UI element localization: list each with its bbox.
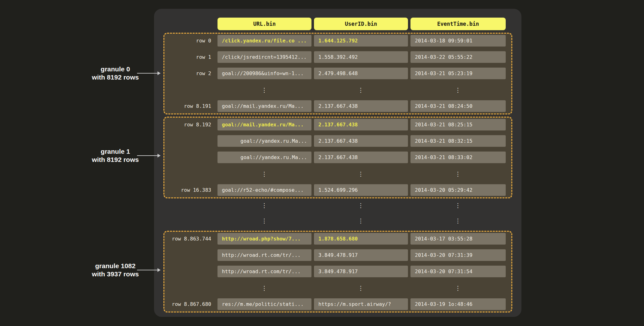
userid-value: 2.137.667.438 [318, 138, 358, 144]
userid-value: 2.137.667.438 [318, 122, 358, 128]
row-label: row 2 [167, 68, 211, 79]
ellipsis: ⋮ [410, 168, 506, 180]
column-headers: URL.bin UserID.bin EventTime.bin [167, 18, 506, 30]
granule-1082-label-line1: granule 1082 [85, 262, 145, 270]
url-cell: goal://200986&uinfo=wn-1... [217, 68, 311, 79]
granule-1082-box: row 8.863.744 http://wroad.php?show/7...… [163, 231, 512, 312]
url-cell: goal://r52-echo/#compose... [217, 184, 311, 196]
row-label: row 16.383 [167, 184, 211, 196]
eventtime-value: 2014-03-21 08:32:15 [415, 138, 472, 144]
granule-1-label: granule 1 with 8192 rows [85, 147, 145, 164]
ellipsis-row: ⋮ ⋮ ⋮ [167, 282, 506, 294]
eventtime-value: 2014-03-17 03:55:28 [415, 236, 472, 242]
userid-cell: 2.137.667.438 [314, 100, 408, 112]
userid-cell: 2.137.667.438 [314, 152, 408, 163]
url-value: goal://200986&uinfo=wn-1... [222, 70, 304, 76]
userid-cell: 1.524.699.296 [314, 184, 408, 196]
url-value: goal://yandex.ru.Ma... [240, 154, 307, 160]
gap-ellipsis: ⋮ ⋮ ⋮ ⋮ ⋮ ⋮ [167, 199, 506, 230]
url-value: goal://yandex.ru.Ma... [240, 138, 307, 144]
userid-value: 2.137.667.438 [318, 103, 358, 109]
userid-cell: 3.849.478.917 [314, 249, 408, 261]
table-row: row 2 goal://200986&uinfo=wn-1... 2.479.… [167, 68, 506, 79]
userid-value: 3.849.478.917 [318, 252, 358, 258]
eventtime-cell: 2014-03-21 08:33:02 [410, 152, 506, 163]
granule-0-arrow-icon [137, 73, 158, 74]
ellipsis: ⋮ [410, 199, 506, 211]
eventtime-value: 2014-03-18 09:59:01 [415, 38, 472, 44]
ellipsis: ⋮ [410, 282, 506, 294]
userid-cell: https://m.sport.airway/? [314, 298, 408, 310]
ellipsis: ⋮ [410, 84, 506, 96]
url-cell: goal://mail.yandex.ru/Ma... [217, 100, 311, 112]
column-header-eventtime: EventTime.bin [410, 18, 506, 30]
url-value: /click.yandex.ru/file.co ... [222, 38, 307, 44]
url-cell: goal://yandex.ru.Ma... [217, 135, 311, 147]
url-cell: goal://mail.yandex.ru/Ma... [217, 119, 311, 130]
eventtime-cell: 2014-03-20 07:31:39 [410, 249, 506, 261]
table-row: http://wroad.rt.com/tr/... 3.849.478.917… [167, 266, 506, 277]
url-cell: http://wroad.php?show/7... [217, 233, 311, 245]
table-row: row 8.863.744 http://wroad.php?show/7...… [167, 233, 506, 245]
userid-cell: 1.644.125.792 [314, 35, 408, 47]
url-value: goal://mail.yandex.ru/Ma... [222, 122, 304, 128]
eventtime-cell: 2014-03-19 1o:48:46 [410, 298, 506, 310]
eventtime-cell: 2014-03-17 03:55:28 [410, 233, 506, 245]
granule-1-label-line1: granule 1 [85, 147, 145, 156]
ellipsis: ⋮ [410, 215, 506, 226]
granule-1082-arrow-icon [137, 270, 158, 270]
url-cell: http://wroad.rt.com/tr/... [217, 266, 311, 277]
userid-value: 2.137.667.438 [318, 154, 358, 160]
userid-value: https://m.sport.airway/? [318, 301, 391, 307]
row-label: row 8.191 [167, 100, 211, 112]
table-row: row 1 /click/jsredircnt=1395412... 1.558… [167, 51, 506, 63]
eventtime-cell: 2014-03-20 05:29:42 [410, 184, 506, 196]
userid-cell: 2.479.498.648 [314, 68, 408, 79]
eventtime-value: 2014-03-22 05:55:22 [415, 54, 472, 60]
eventtime-value: 2014-03-20 05:29:42 [415, 187, 472, 193]
eventtime-cell: 2014-03-22 05:55:22 [410, 51, 506, 63]
url-value: goal://r52-echo/#compose... [222, 187, 304, 193]
userid-cell: 3.849.478.917 [314, 266, 408, 277]
granule-1-box: row 8.192 goal://mail.yandex.ru/Ma... 2.… [163, 117, 512, 198]
row-label: row 8.863.744 [167, 233, 211, 245]
granule-1082-label: granule 1082 with 3937 rows [85, 262, 145, 278]
url-cell: http://wroad.rt.com/tr/... [217, 249, 311, 261]
ellipsis: ⋮ [217, 215, 311, 226]
eventtime-cell: 2014-03-21 08:24:50 [410, 100, 506, 112]
table-row: row 0 /click.yandex.ru/file.co ... 1.644… [167, 35, 506, 47]
granule-0-box: row 0 /click.yandex.ru/file.co ... 1.644… [163, 33, 512, 114]
ellipsis-row: ⋮ ⋮ ⋮ [167, 215, 506, 226]
eventtime-value: 2014-03-20 07:31:54 [415, 268, 472, 274]
url-cell: /click.yandex.ru/file.co ... [217, 35, 311, 47]
table-row: row 8.867.680 res://m.me/politic/stati..… [167, 298, 506, 310]
url-value: http://wroad.rt.com/tr/... [222, 252, 300, 258]
row-label [167, 266, 211, 277]
ellipsis: ⋮ [314, 84, 408, 96]
eventtime-cell: 2014-03-20 07:31:54 [410, 266, 506, 277]
granule-1-label-line2: with 8192 rows [85, 156, 145, 164]
table-row: row 16.383 goal://r52-echo/#compose... 1… [167, 184, 506, 196]
url-value: /click/jsredircnt=1395412... [222, 54, 307, 60]
eventtime-value: 2014-03-21 08:24:50 [415, 103, 472, 109]
url-value: res://m.me/politic/stati... [222, 301, 304, 307]
granule-1-arrow-icon [137, 155, 158, 156]
eventtime-value: 2014-03-19 1o:48:46 [415, 301, 472, 307]
userid-value: 1.644.125.792 [318, 38, 358, 44]
column-header-userid: UserID.bin [314, 18, 408, 30]
eventtime-cell: 2014-03-18 09:59:01 [410, 35, 506, 47]
ellipsis-row: ⋮ ⋮ ⋮ [167, 84, 506, 96]
eventtime-value: 2014-03-21 08:33:02 [415, 154, 472, 160]
granule-0-label-line2: with 8192 rows [85, 73, 145, 81]
table-row: goal://yandex.ru.Ma... 2.137.667.438 201… [167, 135, 506, 147]
ellipsis-row: ⋮ ⋮ ⋮ [167, 168, 506, 180]
userid-value: 2.479.498.648 [318, 70, 358, 76]
ellipsis: ⋮ [217, 199, 311, 211]
table-row: row 8.191 goal://mail.yandex.ru/Ma... 2.… [167, 100, 506, 112]
url-value: http://wroad.rt.com/tr/... [222, 268, 300, 274]
granule-0-label: granule 0 with 8192 rows [85, 65, 145, 81]
userid-value: 1.878.658.680 [318, 236, 358, 242]
eventtime-value: 2014-03-21 05:23:19 [415, 70, 472, 76]
userid-value: 3.849.478.917 [318, 268, 358, 274]
ellipsis-row: ⋮ ⋮ ⋮ [167, 199, 506, 211]
